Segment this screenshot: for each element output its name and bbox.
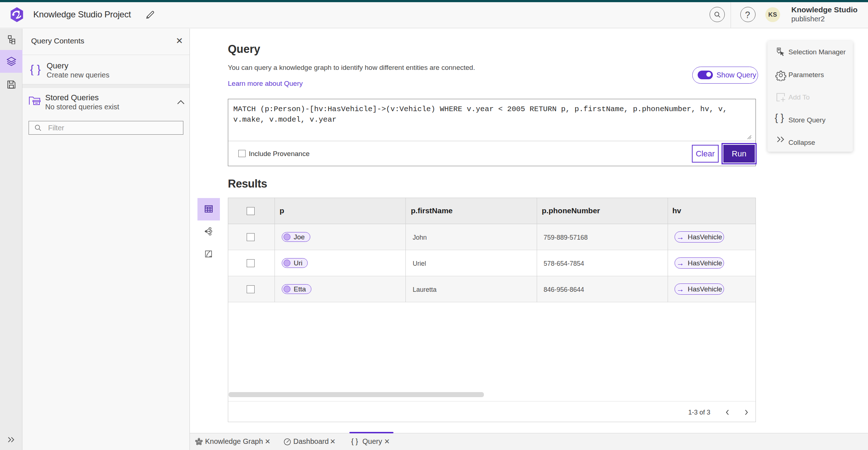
svg-text:{ }: { } bbox=[30, 64, 41, 75]
